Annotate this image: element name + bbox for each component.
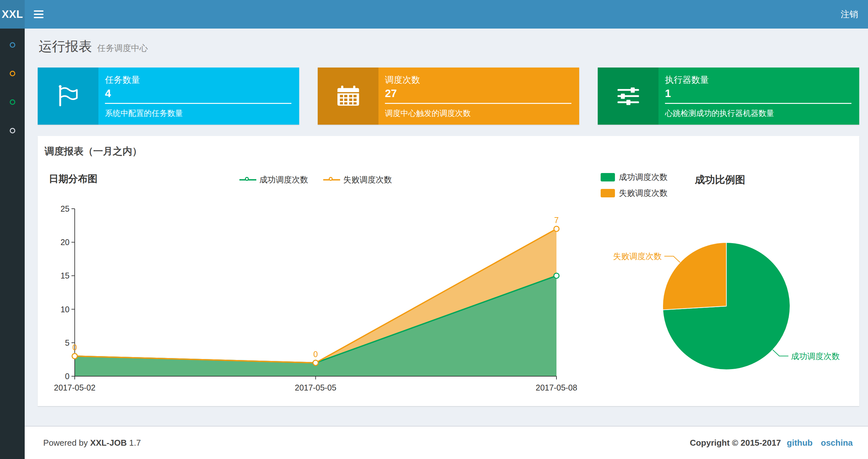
divider bbox=[105, 103, 291, 104]
svg-text:0: 0 bbox=[313, 350, 318, 359]
product-name: XXL-JOB bbox=[90, 438, 127, 448]
divider bbox=[665, 103, 851, 104]
svg-text:成功调度次数: 成功调度次数 bbox=[791, 352, 840, 361]
sidebar bbox=[0, 29, 25, 459]
info-box-value: 1 bbox=[665, 87, 851, 100]
top-navbar: XXL 注销 bbox=[0, 0, 868, 29]
flag-icon bbox=[38, 67, 98, 125]
info-box-description: 系统中配置的任务数量 bbox=[105, 108, 291, 119]
info-box-title: 任务数量 bbox=[105, 74, 291, 86]
footer-links: github oschina bbox=[781, 438, 853, 448]
info-box-title: 执行器数量 bbox=[665, 74, 851, 86]
schedule-report-panel: 调度报表（一月之内） 日期分布图 成功调度次数 失败调度次数 051015202… bbox=[38, 136, 859, 406]
success-ratio-chart: 成功调度次数 失败调度次数 成功比例图 成功调度次数失败调度次数 bbox=[601, 172, 857, 399]
logo-text: XXL bbox=[2, 8, 23, 21]
circle-icon bbox=[10, 128, 15, 133]
svg-text:0: 0 bbox=[65, 372, 69, 381]
svg-text:7: 7 bbox=[554, 216, 559, 225]
swatch-icon bbox=[601, 173, 615, 182]
svg-text:15: 15 bbox=[60, 271, 69, 280]
sidebar-toggle-button[interactable] bbox=[25, 0, 53, 29]
info-box-description: 调度中心触发的调度次数 bbox=[385, 108, 571, 119]
svg-text:5: 5 bbox=[65, 338, 69, 347]
info-box-executors: 执行器数量 1 心跳检测成功的执行器机器数量 bbox=[598, 67, 859, 125]
logout-link[interactable]: 注销 bbox=[831, 0, 868, 29]
chart-title: 成功比例图 bbox=[695, 173, 745, 187]
page-subtitle: 任务调度中心 bbox=[97, 43, 148, 53]
svg-text:25: 25 bbox=[60, 204, 69, 213]
logo[interactable]: XXL bbox=[0, 0, 25, 29]
svg-text:2017-05-08: 2017-05-08 bbox=[536, 383, 577, 392]
hamburger-icon bbox=[34, 10, 43, 12]
circle-icon bbox=[10, 42, 15, 48]
svg-text:10: 10 bbox=[60, 305, 69, 314]
svg-text:20: 20 bbox=[60, 238, 69, 247]
sidebar-item-1[interactable] bbox=[0, 31, 25, 59]
svg-text:2017-05-02: 2017-05-02 bbox=[54, 383, 95, 392]
svg-text:失败调度次数: 失败调度次数 bbox=[613, 252, 662, 261]
calendar-icon bbox=[318, 67, 378, 125]
product-version: 1.7 bbox=[129, 438, 141, 448]
svg-text:2017-05-05: 2017-05-05 bbox=[295, 383, 337, 392]
panel-title: 调度报表（一月之内） bbox=[38, 136, 859, 158]
area-chart-canvas: 05101520252017-05-022017-05-052017-05-08… bbox=[44, 172, 583, 399]
svg-text:0: 0 bbox=[72, 343, 77, 352]
copyright: Copyright © 2015-2017 bbox=[690, 438, 781, 448]
powered-by: Powered by XXL-JOB 1.7 bbox=[43, 438, 141, 448]
sidebar-item-4[interactable] bbox=[0, 116, 25, 145]
info-box-value: 27 bbox=[385, 87, 571, 100]
sidebar-item-3[interactable] bbox=[0, 88, 25, 116]
info-box-jobs: 任务数量 4 系统中配置的任务数量 bbox=[38, 67, 299, 125]
sliders-icon bbox=[598, 67, 658, 125]
circle-icon bbox=[10, 99, 15, 105]
pie-chart-canvas: 成功调度次数失败调度次数 bbox=[601, 191, 857, 399]
sidebar-item-2[interactable] bbox=[0, 59, 25, 88]
circle-icon bbox=[10, 71, 15, 76]
info-box-description: 心跳检测成功的执行器机器数量 bbox=[665, 108, 851, 119]
oschina-link[interactable]: oschina bbox=[821, 438, 853, 448]
page-header: 运行报表 任务调度中心 bbox=[39, 38, 868, 55]
date-distribution-chart: 日期分布图 成功调度次数 失败调度次数 05101520252017-05-02… bbox=[44, 172, 583, 399]
legend-item-success[interactable]: 成功调度次数 bbox=[601, 172, 668, 183]
info-box-triggers: 调度次数 27 调度中心触发的调度次数 bbox=[318, 67, 579, 125]
divider bbox=[385, 103, 571, 104]
content-area: 运行报表 任务调度中心 任务数量 4 系统中配置的任务数量 bbox=[25, 29, 868, 426]
footer: Powered by XXL-JOB 1.7 Copyright © 2015-… bbox=[25, 426, 868, 459]
info-box-row: 任务数量 4 系统中配置的任务数量 调度次数 27 调度中心触发的调度次数 bbox=[38, 67, 859, 125]
legend-label: 成功调度次数 bbox=[619, 172, 668, 183]
info-box-value: 4 bbox=[105, 87, 291, 100]
github-link[interactable]: github bbox=[787, 438, 812, 448]
page-title: 运行报表 bbox=[39, 39, 92, 54]
info-box-title: 调度次数 bbox=[385, 74, 571, 86]
